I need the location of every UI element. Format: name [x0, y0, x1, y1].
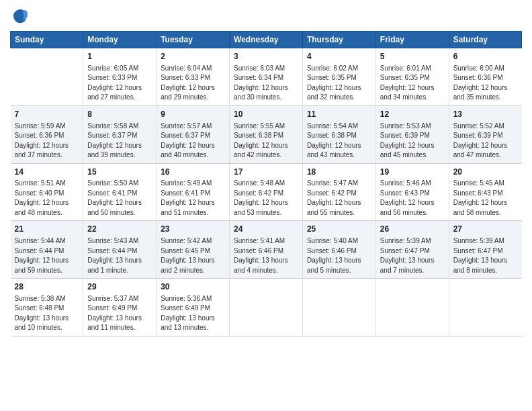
day-info: Sunrise: 5:58 AM Sunset: 6:37 PM Dayligh… — [87, 122, 152, 161]
day-cell: 19Sunrise: 5:46 AM Sunset: 6:43 PM Dayli… — [375, 163, 449, 221]
day-number: 2 — [161, 51, 225, 62]
day-cell: 7Sunrise: 5:59 AM Sunset: 6:36 PM Daylig… — [11, 105, 83, 163]
week-row-2: 7Sunrise: 5:59 AM Sunset: 6:36 PM Daylig… — [11, 105, 522, 163]
day-cell: 9Sunrise: 5:57 AM Sunset: 6:37 PM Daylig… — [157, 105, 230, 163]
column-header-thursday: Thursday — [302, 32, 375, 48]
day-info: Sunrise: 5:39 AM Sunset: 6:47 PM Dayligh… — [453, 236, 518, 275]
day-cell: 29Sunrise: 5:37 AM Sunset: 6:49 PM Dayli… — [83, 279, 157, 336]
day-number: 14 — [15, 167, 79, 178]
day-cell: 23Sunrise: 5:42 AM Sunset: 6:45 PM Dayli… — [157, 221, 230, 279]
day-info: Sunrise: 5:51 AM Sunset: 6:40 PM Dayligh… — [15, 179, 79, 218]
day-number: 12 — [380, 109, 445, 120]
day-number: 11 — [307, 109, 371, 120]
day-number: 19 — [380, 167, 445, 178]
day-info: Sunrise: 6:03 AM Sunset: 6:34 PM Dayligh… — [234, 64, 298, 103]
day-info: Sunrise: 5:52 AM Sunset: 6:39 PM Dayligh… — [453, 122, 518, 161]
day-cell: 14Sunrise: 5:51 AM Sunset: 6:40 PM Dayli… — [11, 163, 83, 221]
column-header-saturday: Saturday — [449, 32, 521, 48]
day-number: 25 — [307, 224, 371, 235]
day-info: Sunrise: 5:53 AM Sunset: 6:39 PM Dayligh… — [380, 122, 445, 161]
day-cell: 3Sunrise: 6:03 AM Sunset: 6:34 PM Daylig… — [230, 48, 303, 106]
column-header-tuesday: Tuesday — [157, 32, 230, 48]
day-number: 18 — [307, 167, 371, 178]
day-info: Sunrise: 5:43 AM Sunset: 6:44 PM Dayligh… — [87, 236, 152, 275]
day-info: Sunrise: 6:05 AM Sunset: 6:33 PM Dayligh… — [87, 64, 152, 103]
day-cell: 12Sunrise: 5:53 AM Sunset: 6:39 PM Dayli… — [375, 105, 449, 163]
column-header-wednesday: Wednesday — [230, 32, 303, 48]
day-cell: 13Sunrise: 5:52 AM Sunset: 6:39 PM Dayli… — [449, 105, 521, 163]
day-number: 30 — [161, 281, 225, 293]
day-cell — [230, 279, 303, 336]
header — [10, 7, 522, 26]
day-info: Sunrise: 5:48 AM Sunset: 6:42 PM Dayligh… — [234, 179, 298, 218]
week-row-1: 1Sunrise: 6:05 AM Sunset: 6:33 PM Daylig… — [11, 48, 522, 106]
day-info: Sunrise: 5:50 AM Sunset: 6:41 PM Dayligh… — [87, 179, 152, 218]
week-row-3: 14Sunrise: 5:51 AM Sunset: 6:40 PM Dayli… — [11, 163, 522, 221]
day-cell: 26Sunrise: 5:39 AM Sunset: 6:47 PM Dayli… — [375, 221, 449, 279]
day-cell: 2Sunrise: 6:04 AM Sunset: 6:33 PM Daylig… — [157, 48, 230, 106]
day-number: 9 — [161, 109, 225, 120]
day-number: 21 — [15, 224, 79, 235]
day-cell: 24Sunrise: 5:41 AM Sunset: 6:46 PM Dayli… — [230, 221, 303, 279]
day-number: 23 — [161, 224, 225, 235]
day-number: 24 — [234, 224, 298, 235]
day-info: Sunrise: 5:40 AM Sunset: 6:46 PM Dayligh… — [307, 236, 371, 275]
day-cell — [11, 48, 83, 106]
day-cell: 28Sunrise: 5:38 AM Sunset: 6:48 PM Dayli… — [11, 279, 83, 336]
day-number: 6 — [453, 51, 518, 62]
day-cell: 18Sunrise: 5:47 AM Sunset: 6:42 PM Dayli… — [302, 163, 375, 221]
day-info: Sunrise: 5:36 AM Sunset: 6:49 PM Dayligh… — [161, 294, 225, 333]
day-info: Sunrise: 5:44 AM Sunset: 6:44 PM Dayligh… — [15, 236, 79, 275]
day-number: 7 — [15, 109, 79, 120]
day-info: Sunrise: 5:46 AM Sunset: 6:43 PM Dayligh… — [380, 179, 445, 218]
day-cell: 4Sunrise: 6:02 AM Sunset: 6:35 PM Daylig… — [302, 48, 375, 106]
column-headers: SundayMondayTuesdayWednesdayThursdayFrid… — [11, 32, 522, 48]
day-cell: 16Sunrise: 5:49 AM Sunset: 6:41 PM Dayli… — [157, 163, 230, 221]
day-number: 22 — [87, 224, 152, 235]
day-cell: 8Sunrise: 5:58 AM Sunset: 6:37 PM Daylig… — [83, 105, 157, 163]
day-number: 27 — [453, 224, 518, 235]
day-info: Sunrise: 6:04 AM Sunset: 6:33 PM Dayligh… — [161, 64, 225, 103]
day-info: Sunrise: 6:01 AM Sunset: 6:35 PM Dayligh… — [380, 64, 445, 103]
day-number: 13 — [453, 109, 518, 120]
day-info: Sunrise: 5:37 AM Sunset: 6:49 PM Dayligh… — [87, 294, 152, 333]
day-number: 10 — [234, 109, 298, 120]
column-header-sunday: Sunday — [11, 32, 83, 48]
day-number: 5 — [380, 51, 445, 62]
day-number: 15 — [87, 167, 152, 178]
day-cell: 17Sunrise: 5:48 AM Sunset: 6:42 PM Dayli… — [230, 163, 303, 221]
day-cell: 20Sunrise: 5:45 AM Sunset: 6:43 PM Dayli… — [449, 163, 521, 221]
day-info: Sunrise: 5:45 AM Sunset: 6:43 PM Dayligh… — [453, 179, 518, 218]
week-row-4: 21Sunrise: 5:44 AM Sunset: 6:44 PM Dayli… — [11, 221, 522, 279]
day-number: 3 — [234, 51, 298, 62]
day-cell: 11Sunrise: 5:54 AM Sunset: 6:38 PM Dayli… — [302, 105, 375, 163]
day-cell: 15Sunrise: 5:50 AM Sunset: 6:41 PM Dayli… — [83, 163, 157, 221]
day-info: Sunrise: 6:02 AM Sunset: 6:35 PM Dayligh… — [307, 64, 371, 103]
day-number: 4 — [307, 51, 371, 62]
page-container: SundayMondayTuesdayWednesdayThursdayFrid… — [0, 0, 532, 343]
day-cell — [449, 279, 521, 336]
day-number: 1 — [87, 51, 152, 62]
day-number: 20 — [453, 167, 518, 178]
day-info: Sunrise: 5:39 AM Sunset: 6:47 PM Dayligh… — [380, 236, 445, 275]
calendar-table: SundayMondayTuesdayWednesdayThursdayFrid… — [10, 31, 522, 336]
day-cell: 5Sunrise: 6:01 AM Sunset: 6:35 PM Daylig… — [375, 48, 449, 106]
day-number: 28 — [15, 281, 79, 293]
day-cell — [302, 279, 375, 336]
day-info: Sunrise: 5:47 AM Sunset: 6:42 PM Dayligh… — [307, 179, 371, 218]
day-info: Sunrise: 5:42 AM Sunset: 6:45 PM Dayligh… — [161, 236, 225, 275]
week-row-5: 28Sunrise: 5:38 AM Sunset: 6:48 PM Dayli… — [11, 279, 522, 336]
day-cell: 1Sunrise: 6:05 AM Sunset: 6:33 PM Daylig… — [83, 48, 157, 106]
day-info: Sunrise: 5:57 AM Sunset: 6:37 PM Dayligh… — [161, 122, 225, 161]
day-info: Sunrise: 5:41 AM Sunset: 6:46 PM Dayligh… — [234, 236, 298, 275]
column-header-monday: Monday — [83, 32, 157, 48]
day-cell — [375, 279, 449, 336]
day-info: Sunrise: 5:49 AM Sunset: 6:41 PM Dayligh… — [161, 179, 225, 218]
day-info: Sunrise: 5:38 AM Sunset: 6:48 PM Dayligh… — [15, 294, 79, 333]
day-number: 16 — [161, 167, 225, 178]
day-number: 17 — [234, 167, 298, 178]
day-info: Sunrise: 5:55 AM Sunset: 6:38 PM Dayligh… — [234, 122, 298, 161]
day-number: 29 — [87, 281, 152, 293]
day-cell: 25Sunrise: 5:40 AM Sunset: 6:46 PM Dayli… — [302, 221, 375, 279]
day-info: Sunrise: 5:59 AM Sunset: 6:36 PM Dayligh… — [15, 122, 79, 161]
